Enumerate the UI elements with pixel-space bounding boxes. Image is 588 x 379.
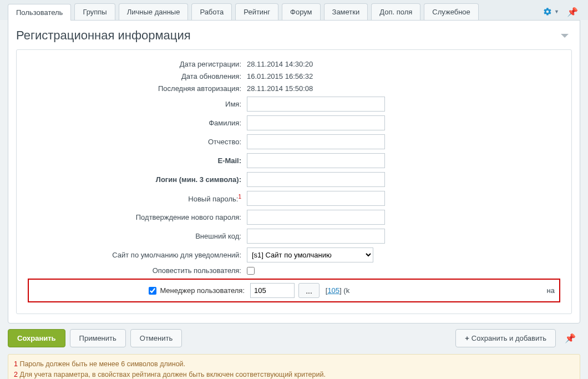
email-field[interactable]	[247, 153, 385, 168]
manager-highlight-box: Менеджер пользователя: ... [105] (k на	[28, 279, 560, 302]
footnote-num-1: 1	[14, 360, 18, 368]
tab-custom-fields[interactable]: Доп. поля	[371, 3, 420, 20]
manager-id-field[interactable]	[250, 283, 295, 298]
middlename-field[interactable]	[247, 134, 385, 149]
save-and-add-button[interactable]: +Сохранить и добавить	[455, 329, 556, 347]
tab-system[interactable]: Служебное	[424, 3, 479, 20]
label-login: Логин (мин. 3 символа):	[28, 175, 247, 184]
label-extcode: Внешний код:	[28, 232, 247, 240]
pin-icon[interactable]: 📌	[565, 4, 580, 19]
login-field[interactable]	[247, 172, 385, 187]
manager-visibility-checkbox[interactable]	[149, 287, 156, 295]
tab-forum[interactable]: Форум	[282, 3, 321, 20]
value-upd-date: 16.01.2015 16:56:32	[247, 72, 313, 80]
newpass-field[interactable]	[247, 191, 385, 206]
label-middlename: Отчество:	[28, 138, 247, 146]
label-reg-date: Дата регистрации:	[28, 60, 247, 68]
extcode-field[interactable]	[247, 229, 385, 244]
label-notify: Оповестить пользователя:	[28, 266, 247, 275]
settings-menu[interactable]: ▼	[541, 5, 561, 18]
tabs-bar: Пользователь Группы Личные данные Работа…	[0, 0, 588, 20]
manager-link[interactable]: 105	[327, 286, 339, 295]
name-field[interactable]	[247, 97, 385, 112]
gear-icon	[543, 7, 552, 16]
pin-actions-icon[interactable]: 📌	[560, 331, 580, 346]
label-newpass: Новый пароль:1	[28, 194, 247, 203]
tab-rating[interactable]: Рейтинг	[235, 3, 278, 20]
section-title: Регистрационная информация	[16, 28, 191, 43]
tab-notes[interactable]: Заметки	[324, 3, 368, 20]
label-manager: Менеджер пользователя:	[160, 286, 245, 295]
footnote-text-2: Для учета параметра, в свойствах рейтинг…	[19, 371, 325, 378]
label-defsite: Сайт по умолчанию для уведомлений:	[28, 251, 247, 259]
form-container: Дата регистрации: 28.11.2014 14:30:20 Да…	[16, 49, 572, 314]
label-last-auth: Последняя авторизация:	[28, 84, 247, 93]
value-reg-date: 28.11.2014 14:30:20	[247, 60, 313, 68]
manager-browse-button[interactable]: ...	[298, 283, 320, 298]
label-upd-date: Дата обновления:	[28, 72, 247, 80]
tab-user[interactable]: Пользователь	[8, 4, 71, 21]
manager-desc-prefix: (k	[343, 286, 349, 295]
footnote-num-2: 2	[14, 371, 18, 378]
footnote-text-1: Пароль должен быть не менее 6 символов д…	[19, 360, 185, 368]
cancel-button[interactable]: Отменить	[130, 329, 182, 347]
notify-checkbox[interactable]	[247, 267, 255, 275]
footnotes: 1 Пароль должен быть не менее 6 символов…	[8, 354, 580, 379]
actions-bar: Сохранить Применить Отменить +Сохранить …	[0, 324, 588, 353]
tab-work[interactable]: Работа	[191, 3, 232, 20]
footnote-1-ref: 1	[238, 194, 241, 200]
save-button[interactable]: Сохранить	[8, 329, 65, 347]
manager-desc-suffix: на	[547, 286, 557, 295]
label-name: Имя:	[28, 100, 247, 108]
plus-icon: +	[465, 334, 469, 342]
defsite-select[interactable]: [s1] Сайт по умолчанию	[247, 247, 373, 262]
tab-personal[interactable]: Личные данные	[119, 3, 189, 20]
chevron-down-icon: ▼	[554, 9, 559, 14]
tab-groups[interactable]: Группы	[74, 3, 115, 20]
label-email: E-Mail:	[28, 156, 247, 165]
lastname-field[interactable]	[247, 115, 385, 130]
label-confirmpass: Подтверждение нового пароля:	[28, 213, 247, 221]
collapse-toggle-icon[interactable]	[561, 34, 569, 38]
label-lastname: Фамилия:	[28, 119, 247, 127]
value-last-auth: 28.11.2014 15:50:08	[247, 84, 313, 93]
confirmpass-field[interactable]	[247, 210, 385, 225]
apply-button[interactable]: Применить	[70, 329, 126, 347]
